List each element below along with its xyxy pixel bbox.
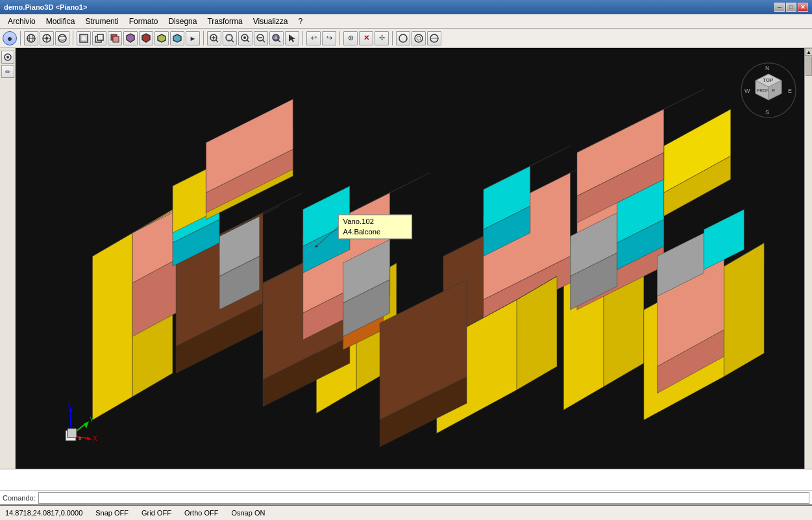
svg-point-37: [415, 34, 423, 42]
select-btn[interactable]: [285, 31, 299, 45]
globe-view-button[interactable]: [24, 31, 38, 45]
svg-text:x: x: [79, 435, 82, 441]
svg-text:E: E: [788, 88, 792, 94]
osnap-toggle-status[interactable]: Osnap ON: [231, 509, 265, 517]
zoom-extent-btn[interactable]: [207, 31, 221, 45]
svg-point-6: [45, 37, 48, 40]
ortho-toggle-status[interactable]: Ortho OFF: [184, 509, 219, 517]
zoom-window-btn[interactable]: [223, 31, 237, 45]
menu-archivio[interactable]: Archivio: [3, 16, 41, 27]
svg-marker-127: [87, 436, 92, 440]
scroll-up-arrow[interactable]: ▲: [805, 48, 812, 56]
redo-btn[interactable]: ↪: [322, 31, 336, 45]
svg-rect-34: [274, 36, 278, 40]
svg-point-38: [417, 36, 421, 40]
snap-toggle-btn[interactable]: [1, 51, 14, 64]
command-input-row: Comando:: [0, 490, 812, 504]
arc1-btn[interactable]: [396, 31, 410, 45]
main-area: ✏: [0, 48, 812, 469]
box3d2-btn[interactable]: [170, 31, 184, 45]
box3d-btn[interactable]: [154, 31, 169, 45]
arc2-btn[interactable]: [412, 31, 426, 45]
left-toolbar: ✏: [0, 48, 16, 469]
svg-point-7: [58, 34, 66, 42]
svg-line-20: [216, 40, 218, 42]
vertical-scrollbar[interactable]: ▲ ▼: [804, 48, 812, 469]
command-area: Comando:: [0, 469, 812, 504]
orbit-button[interactable]: [55, 31, 69, 45]
minimize-button[interactable]: ─: [774, 3, 785, 12]
command-output: [0, 469, 812, 490]
zoom-out-btn[interactable]: [254, 31, 268, 45]
building-scene: Vano.102 A4.Balcone: [16, 48, 804, 469]
pan-button[interactable]: [40, 31, 54, 45]
menu-bar: Archivio Modifica Strumenti Formato Dise…: [0, 14, 812, 29]
record-button[interactable]: ●: [3, 31, 17, 45]
menu-modifica[interactable]: Modifica: [41, 16, 80, 27]
svg-marker-15: [127, 34, 134, 42]
svg-line-33: [278, 40, 280, 42]
view-front-btn[interactable]: [77, 31, 91, 45]
zoom-dynamic-btn[interactable]: [238, 31, 252, 45]
viewport-row: Vano.102 A4.Balcone Z: [16, 48, 812, 469]
axis-indicator: Z Y X x: [51, 400, 103, 445]
svg-marker-16: [142, 34, 150, 42]
delete-btn[interactable]: ✕: [359, 31, 373, 45]
scroll-v-thumb[interactable]: [806, 56, 812, 76]
move-btn[interactable]: ✢: [375, 31, 389, 45]
menu-formato[interactable]: Formato: [124, 16, 164, 27]
svg-rect-12: [97, 34, 103, 40]
coordinates-display: 14.8718,24.0817,0.0000: [5, 509, 82, 517]
svg-marker-44: [92, 233, 132, 420]
svg-text:Z: Z: [67, 401, 71, 408]
viewport-container: Vano.102 A4.Balcone Z: [16, 48, 812, 469]
svg-text:Vano.102: Vano.102: [343, 217, 375, 225]
svg-line-27: [247, 40, 249, 42]
svg-marker-17: [158, 34, 166, 42]
svg-point-36: [399, 34, 407, 42]
svg-text:X: X: [93, 435, 97, 442]
svg-rect-14: [113, 36, 119, 42]
undo-btn[interactable]: ↩: [306, 31, 321, 45]
svg-text:A4.Balcone: A4.Balcone: [343, 228, 381, 236]
shield1-btn[interactable]: [123, 31, 138, 45]
shield2-btn[interactable]: [139, 31, 153, 45]
scroll-v-track[interactable]: [805, 56, 812, 469]
view-box2-btn[interactable]: [108, 31, 122, 45]
view-box1-btn[interactable]: [92, 31, 106, 45]
menu-strumenti[interactable]: Strumenti: [80, 16, 123, 27]
zoom-obj-btn[interactable]: [269, 31, 284, 45]
status-bar: 14.8718,24.0817,0.0000 Snap OFF Grid OFF…: [0, 504, 812, 520]
command-input[interactable]: [38, 492, 809, 504]
snap-toggle-status[interactable]: Snap OFF: [95, 509, 129, 517]
svg-line-30: [263, 40, 265, 42]
svg-text:W: W: [744, 88, 750, 94]
svg-point-42: [6, 56, 9, 58]
svg-point-8: [58, 36, 66, 40]
3d-viewport[interactable]: Vano.102 A4.Balcone Z: [16, 48, 804, 469]
pencil-tool-btn[interactable]: ✏: [1, 65, 14, 78]
title-bar: demo.Piano3D <Piano1> ─ □ ✕: [0, 0, 812, 14]
toolbar: ● ►: [0, 29, 812, 48]
menu-visualizza[interactable]: Visualizza: [248, 16, 293, 27]
maximize-button[interactable]: □: [786, 3, 796, 12]
title-controls: ─ □ ✕: [774, 3, 808, 12]
title-text: demo.Piano3D <Piano1>: [4, 3, 87, 11]
menu-disegna[interactable]: Disegna: [163, 16, 202, 27]
snap-btn[interactable]: ⊕: [343, 31, 358, 45]
svg-marker-35: [289, 34, 295, 42]
svg-point-119: [315, 245, 317, 247]
menu-help[interactable]: ?: [293, 16, 308, 27]
svg-rect-25: [227, 35, 232, 40]
svg-text:N: N: [765, 65, 770, 71]
menu-trasforma[interactable]: Trasforma: [202, 16, 247, 27]
command-label: Comando:: [3, 494, 36, 502]
close-button[interactable]: ✕: [798, 3, 808, 12]
svg-text:R: R: [772, 88, 775, 93]
svg-text:TOP: TOP: [763, 77, 774, 83]
arrow-btn[interactable]: ►: [186, 31, 200, 45]
grid-toggle-status[interactable]: Grid OFF: [141, 509, 171, 517]
nav-cube[interactable]: N E S W TOP FRONT R: [739, 61, 791, 113]
svg-text:S: S: [765, 109, 769, 116]
arc3-btn[interactable]: [427, 31, 441, 45]
